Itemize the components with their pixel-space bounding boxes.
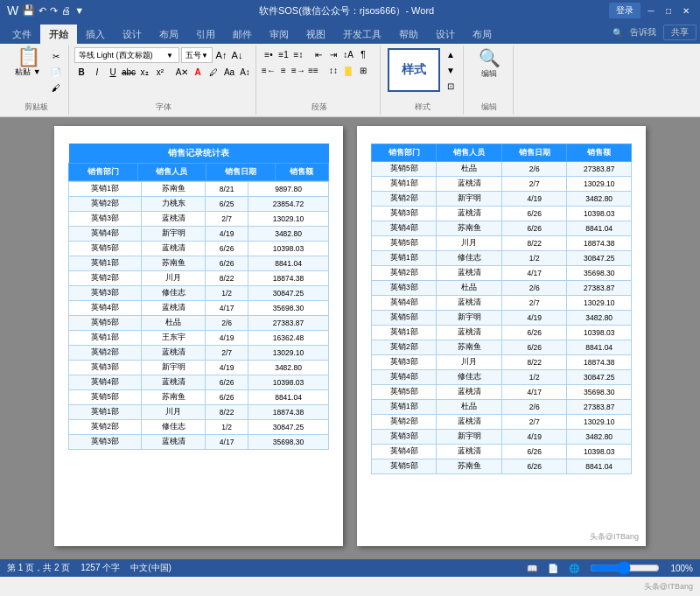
clipboard-label: 剪贴板 — [4, 102, 68, 113]
header-dept: 销售部门 — [69, 164, 138, 181]
highlight-btn[interactable]: 🖊 — [206, 65, 220, 79]
paste-button[interactable]: 📋 粘贴 ▼ — [9, 47, 47, 78]
title-bar: W 💾 ↶ ↷ 🖨 ▼ 软件SOS(微信公众号：rjsos666）- Word … — [0, 0, 700, 21]
table-row: 英销3部川月8/2218874.38 — [372, 355, 632, 370]
table-row: 英销5部蓝桃清4/1735698.30 — [372, 385, 632, 400]
table-row: 英销2部苏南鱼6/268841.04 — [372, 340, 632, 355]
sales-table-page1: 销售记录统计表 销售部门 销售人员 销售日期 销售额 — [68, 144, 329, 181]
table-row: 英销1部杜品2/627383.87 — [372, 400, 632, 415]
title-bar-controls: 登录 ─ □ ✕ — [609, 3, 693, 18]
increase-indent-btn[interactable]: ⇥ — [326, 47, 340, 61]
table-row: 英销1部蓝桃清2/713029.10 — [372, 177, 632, 192]
bullets-btn[interactable]: ≡• — [262, 47, 276, 61]
styles-more-btn[interactable]: ⊡ — [444, 79, 458, 93]
font-extra-btn[interactable]: Aa — [222, 65, 236, 79]
table-row: 英销5部蓝桃清6/2610398.03 — [69, 242, 329, 256]
tab-home[interactable]: 开始 — [40, 25, 77, 44]
view-web-btn[interactable]: 🌐 — [569, 564, 579, 573]
superscript-btn[interactable]: x² — [153, 65, 167, 79]
word-count: 1257 个字 — [80, 562, 120, 574]
share-btn[interactable]: 共享 — [663, 25, 696, 40]
font-format-row: B I U abc x₂ x² A✕ A 🖊 Aa A↕ — [74, 65, 252, 79]
subscript-btn[interactable]: x₂ — [137, 65, 151, 79]
tab-mailings[interactable]: 邮件 — [224, 25, 261, 44]
tab-insert[interactable]: 插入 — [77, 25, 114, 44]
bold-btn[interactable]: B — [74, 65, 88, 79]
show-marks-btn[interactable]: ¶ — [356, 47, 370, 61]
underline-btn[interactable]: U — [106, 65, 120, 79]
styles-up-btn[interactable]: ▲ — [444, 47, 458, 61]
styles-down-btn[interactable]: ▼ — [444, 63, 458, 77]
paragraph-row2: ≡← ≡ ≡→ ≡≡ ↕↕ ▓ ⊞ — [262, 63, 376, 77]
tab-review[interactable]: 审阅 — [261, 25, 298, 44]
page-count: 第 1 页，共 2 页 — [7, 562, 70, 574]
tab-developer[interactable]: 开发工具 — [334, 25, 390, 44]
align-right-btn[interactable]: ≡→ — [291, 63, 305, 77]
sort-btn[interactable]: ↕A — [341, 47, 355, 61]
edit-label: 编辑 — [466, 102, 513, 113]
login-btn[interactable]: 登录 — [609, 3, 640, 18]
view-print-btn[interactable]: 📄 — [548, 564, 558, 573]
print-preview-icon[interactable]: 🖨 — [61, 5, 71, 16]
format-painter-button[interactable]: 🖌 — [49, 81, 63, 95]
search-icon[interactable]: 🔍 — [612, 28, 623, 38]
minimize-btn[interactable]: ─ — [644, 4, 658, 17]
tell-me[interactable]: 告诉我 — [630, 26, 656, 39]
group-edit: 🔍 编辑 编辑 — [466, 46, 514, 115]
view-read-btn[interactable]: 📖 — [527, 564, 537, 573]
paste-label: 粘贴 ▼ — [15, 67, 40, 78]
decrease-font-btn[interactable]: A↓ — [230, 48, 244, 62]
table-row: 英销5部川月8/2218874.38 — [372, 236, 632, 251]
borders-btn[interactable]: ⊞ — [356, 63, 370, 77]
numbering-btn[interactable]: ≡1 — [276, 47, 290, 61]
word-icon: W — [7, 4, 18, 18]
styles-gallery[interactable]: 样式 — [388, 48, 440, 92]
table-row: 英销2部蓝桃清2/713029.10 — [69, 346, 329, 361]
save-icon[interactable]: 💾 — [22, 4, 35, 17]
tab-view[interactable]: 视图 — [298, 25, 334, 44]
tab-design2[interactable]: 设计 — [427, 25, 464, 44]
cut-button[interactable]: ✂ — [49, 49, 63, 63]
find-btn[interactable]: 🔍 编辑 — [475, 47, 504, 81]
table-row: 英销5部杜品2/627383.87 — [372, 162, 632, 177]
tab-references[interactable]: 引用 — [187, 25, 224, 44]
close-btn[interactable]: ✕ — [679, 4, 693, 17]
italic-btn[interactable]: I — [90, 65, 104, 79]
table-row: 英销4部蓝桃清4/1735698.30 — [69, 301, 329, 316]
font-case-btn[interactable]: A↕ — [238, 65, 252, 79]
tab-layout2[interactable]: 布局 — [464, 25, 500, 44]
tab-layout[interactable]: 布局 — [150, 25, 187, 44]
table-row: 英销4部新宇明4/193482.80 — [69, 227, 329, 242]
font-name-dropdown[interactable]: 等线 Light (西文标题) ▼ — [74, 47, 179, 63]
strikethrough-btn[interactable]: abc — [122, 65, 136, 79]
table-row: 英销2部力桃东6/2523854.72 — [69, 197, 329, 212]
zoom-slider[interactable] — [590, 561, 660, 575]
clear-format-btn[interactable]: A✕ — [175, 65, 189, 79]
table-row: 英销1部川月8/2218874.38 — [69, 405, 329, 420]
align-center-btn[interactable]: ≡ — [276, 63, 290, 77]
table-row: 英销1部修佳志1/230847.25 — [372, 251, 632, 266]
align-left-btn[interactable]: ≡← — [262, 63, 276, 77]
increase-font-btn[interactable]: A↑ — [214, 48, 228, 62]
page-2: 销售部门销售人员销售日期销售额英销5部杜品2/627383.87英销1部蓝桃清2… — [357, 126, 646, 546]
redo-icon[interactable]: ↷ — [50, 5, 58, 17]
tab-design[interactable]: 设计 — [114, 25, 150, 44]
table-row: 英销1部苏南鱼8/219897.80 — [69, 182, 329, 197]
font-color-btn[interactable]: A — [191, 65, 205, 79]
table-row: 英销2部蓝桃清2/713029.10 — [372, 415, 632, 430]
tab-help[interactable]: 帮助 — [390, 25, 427, 44]
justify-btn[interactable]: ≡≡ — [306, 63, 320, 77]
more-icon[interactable]: ▼ — [74, 5, 84, 16]
font-name-row: 等线 Light (西文标题) ▼ 五号 ▼ A↑ A↓ — [74, 47, 252, 63]
table-row: 英销5部苏南鱼6/268841.04 — [69, 390, 329, 405]
restore-btn[interactable]: □ — [662, 4, 676, 17]
tab-file[interactable]: 文件 — [4, 25, 40, 44]
copy-button[interactable]: 📄 — [49, 65, 63, 79]
table-row: 英销3部新宇明4/193482.80 — [69, 361, 329, 375]
undo-icon[interactable]: ↶ — [38, 5, 46, 17]
multilevel-btn[interactable]: ≡↕ — [291, 47, 305, 61]
line-spacing-btn[interactable]: ↕↕ — [326, 63, 340, 77]
font-size-dropdown[interactable]: 五号 ▼ — [181, 47, 213, 63]
decrease-indent-btn[interactable]: ⇤ — [312, 47, 326, 61]
shading-btn[interactable]: ▓ — [341, 63, 355, 77]
